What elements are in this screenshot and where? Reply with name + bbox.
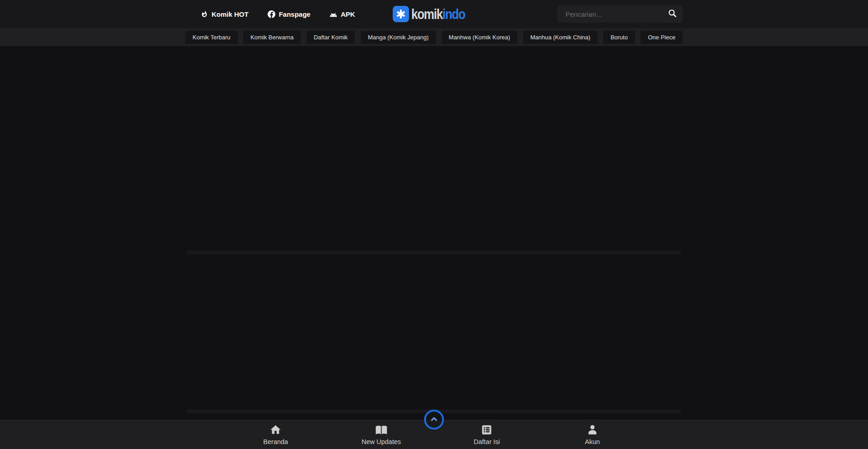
facebook-icon	[268, 10, 275, 18]
menu-item-fanspage[interactable]: Fanspage	[268, 10, 311, 18]
android-icon	[330, 10, 337, 18]
komikindo-asterisk-icon	[393, 6, 409, 22]
logo-text-primary: komik	[411, 6, 443, 22]
bottom-nav-label: Akun	[585, 438, 600, 445]
nav-button-daftar-komik[interactable]: Daftar Komik	[307, 31, 355, 44]
scroll-to-top-button[interactable]	[424, 410, 444, 430]
search-icon	[668, 9, 677, 19]
logo-text: komikindo	[411, 7, 465, 21]
menu-item-label: Fanspage	[279, 10, 311, 18]
menu-item-apk[interactable]: APK	[330, 10, 355, 18]
menu-item-komik-hot[interactable]: Komik HOT	[201, 10, 249, 18]
search-input[interactable]	[565, 10, 664, 19]
search-box	[557, 5, 683, 23]
open-book-icon	[375, 424, 387, 436]
header-bar: Komik HOT Fanspage APK komikindo	[0, 0, 868, 28]
flame-icon	[201, 10, 208, 18]
user-icon	[586, 424, 599, 436]
list-icon	[481, 424, 493, 436]
home-icon	[269, 424, 282, 436]
bottom-nav-label: New Updates	[362, 438, 401, 445]
nav-button-komik-terbaru[interactable]: Komik Terbaru	[185, 31, 238, 44]
main-content	[0, 46, 868, 420]
nav-button-one-piece[interactable]: One Piece	[641, 31, 683, 44]
chevron-up-icon	[429, 414, 439, 425]
bottom-nav-label: Beranda	[263, 438, 288, 445]
nav-button-manhua-china[interactable]: Manhua (Komik China)	[523, 31, 598, 44]
nav-button-manga-jepang[interactable]: Manga (Komik Jepang)	[361, 31, 436, 44]
menu-item-label: Komik HOT	[212, 10, 249, 18]
nav-button-boruto[interactable]: Boruto	[603, 31, 635, 44]
nav-button-manhwa-korea[interactable]: Manhwa (Komik Korea)	[442, 31, 518, 44]
category-navbar: Komik Terbaru Komik Berwarna Daftar Komi…	[0, 28, 868, 46]
content-placeholder-bar	[187, 250, 681, 255]
top-menu: Komik HOT Fanspage APK	[185, 10, 355, 18]
bottom-nav-beranda[interactable]: Beranda	[223, 420, 329, 449]
bottom-nav-label: Daftar Isi	[474, 438, 500, 445]
menu-item-label: APK	[341, 10, 355, 18]
site-logo[interactable]: komikindo	[393, 6, 476, 22]
logo-text-accent: indo	[443, 6, 465, 22]
nav-button-komik-berwarna[interactable]: Komik Berwarna	[243, 31, 301, 44]
search-button[interactable]	[668, 9, 677, 19]
bottom-nav-akun[interactable]: Akun	[540, 420, 646, 449]
category-navbar-container: Komik Terbaru Komik Berwarna Daftar Komi…	[185, 28, 683, 46]
bottom-nav-new-updates[interactable]: New Updates	[329, 420, 434, 449]
header-container: Komik HOT Fanspage APK komikindo	[185, 0, 683, 28]
bottom-nav-daftar-isi[interactable]: Daftar Isi	[434, 420, 540, 449]
